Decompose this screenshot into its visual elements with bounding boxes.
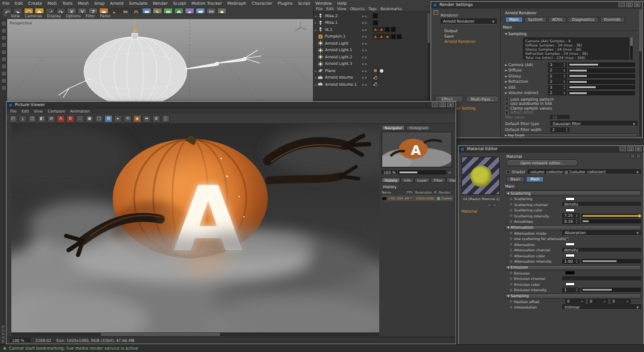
- rendered-image[interactable]: A A: [11, 124, 379, 332]
- pv-tab-filter[interactable]: Filter: [431, 177, 445, 183]
- viewport-solo-icon[interactable]: [1, 78, 7, 83]
- om-menu-objects[interactable]: Objects: [350, 7, 365, 11]
- pv-menu-file[interactable]: File: [10, 109, 17, 114]
- param-spinner[interactable]: 2▴▾: [548, 91, 567, 95]
- visibility-dots[interactable]: [362, 63, 373, 65]
- swap-ab-icon[interactable]: ⇄: [47, 115, 55, 123]
- color-swatch[interactable]: [565, 271, 575, 275]
- volume-tag-icon[interactable]: [373, 75, 378, 80]
- viewport-camera-label[interactable]: Perspective: [10, 21, 32, 26]
- navigator-thumbnail[interactable]: A: [382, 132, 452, 167]
- spinner-arrows[interactable]: ▴▾: [562, 91, 566, 95]
- slider[interactable]: [581, 288, 641, 292]
- param-toggle-circle[interactable]: [510, 209, 512, 211]
- param-slider[interactable]: [568, 85, 635, 89]
- render-visibility-dot[interactable]: [365, 84, 367, 86]
- picture-viewer-titlebar[interactable]: Picture Viewer – □ ✕: [7, 102, 456, 108]
- render-visibility-dot[interactable]: [365, 15, 367, 17]
- param-toggle-circle[interactable]: [510, 300, 512, 303]
- arnold-tag-icon[interactable]: A: [379, 27, 384, 32]
- menu-script[interactable]: Script: [298, 1, 310, 6]
- filter-type-dropdown[interactable]: Gaussian filter▼: [550, 121, 637, 126]
- editor-visibility-dot[interactable]: [362, 36, 364, 38]
- zoom-slider[interactable]: [398, 170, 446, 175]
- pv-tab-info[interactable]: Info: [401, 177, 413, 183]
- pv-tab-layer[interactable]: Layer: [414, 177, 431, 183]
- menu-arnold[interactable]: Arnold: [110, 1, 124, 6]
- spinner-arrows[interactable]: ◂▸: [579, 299, 585, 304]
- om-menu-tags[interactable]: Tags: [368, 7, 376, 11]
- collapsed-section-motion-blur[interactable]: ▸ Motion Blur: [503, 138, 637, 138]
- menu-create[interactable]: Create: [28, 1, 42, 6]
- object-row-arnold-light-1[interactable]: Arnold Light.1: [314, 47, 427, 54]
- viewport-menu-view[interactable]: View: [11, 14, 20, 18]
- menu-window[interactable]: Window: [315, 1, 332, 6]
- preview-refresh-icon[interactable]: [487, 203, 491, 207]
- color-swatch[interactable]: [565, 197, 575, 201]
- text-field[interactable]: density: [562, 202, 641, 207]
- editor-visibility-dot[interactable]: [362, 29, 364, 31]
- object-row-mika-1[interactable]: ▸Mika.1: [314, 20, 427, 26]
- text-field[interactable]: [562, 276, 641, 281]
- editor-visibility-dot[interactable]: [362, 57, 364, 58]
- visibility-dots[interactable]: [362, 49, 373, 51]
- editor-visibility-dot[interactable]: [362, 43, 364, 45]
- arnold-tag-icon[interactable]: A: [373, 27, 378, 32]
- value-spinner[interactable]: 7.25▴▾: [562, 213, 579, 218]
- expand-caret[interactable]: ▸: [314, 28, 318, 32]
- color-swatch[interactable]: [565, 254, 575, 257]
- compare-ab-icon[interactable]: ◧: [38, 115, 46, 123]
- pv-tab-history[interactable]: History: [382, 177, 400, 183]
- group-header-sampling[interactable]: ▾ Sampling: [505, 294, 641, 299]
- spinner-arrows[interactable]: ▴▾: [562, 85, 566, 89]
- object-row-ik-1[interactable]: ▸IK.1AA: [314, 26, 427, 33]
- render-visibility-dot[interactable]: [365, 57, 367, 58]
- ram-player-icon[interactable]: ◉: [133, 115, 141, 123]
- spinner-arrows[interactable]: ◂▸: [602, 299, 608, 304]
- max-value-field[interactable]: 10: [550, 115, 569, 120]
- arnold-tag-icon[interactable]: A: [385, 34, 390, 39]
- value-spinner[interactable]: 1.00▴▾: [562, 259, 579, 264]
- rs-tree-item-output[interactable]: Output: [444, 28, 499, 33]
- material-tag-icon[interactable]: [391, 34, 396, 39]
- zoom-100-icon[interactable]: □: [95, 115, 103, 123]
- visibility-dots[interactable]: [362, 70, 373, 72]
- slider[interactable]: [581, 259, 641, 263]
- spinner-arrows[interactable]: ▴▾: [562, 63, 566, 67]
- render-visibility-dot[interactable]: [365, 70, 367, 72]
- render-visibility-dot[interactable]: [365, 36, 367, 38]
- phong-tag-icon[interactable]: [373, 68, 378, 73]
- param-spinner[interactable]: 3▴▾: [548, 85, 567, 90]
- arnold-tag-icon[interactable]: A: [373, 34, 378, 39]
- object-row-mika-2[interactable]: ▸Mika.2: [314, 13, 427, 19]
- sampling-section-header[interactable]: ▾ Sampling: [505, 32, 527, 36]
- editor-visibility-dot[interactable]: [362, 77, 364, 79]
- editor-visibility-dot[interactable]: [362, 63, 364, 65]
- pv-tab-histogram[interactable]: Histogram: [406, 125, 431, 130]
- menu-file[interactable]: File: [2, 1, 10, 6]
- render-settings-titlebar[interactable]: Render Settings – □ ✕: [431, 2, 642, 8]
- color-swatch[interactable]: [565, 242, 575, 246]
- close-button[interactable]: ✕: [634, 2, 640, 7]
- spinner-arrows[interactable]: ▴▾: [575, 288, 579, 292]
- visibility-dots[interactable]: [362, 76, 373, 79]
- render-visibility-dot[interactable]: [365, 29, 367, 31]
- menu-edit[interactable]: Edit: [15, 1, 23, 6]
- param-slider[interactable]: [568, 80, 635, 84]
- pv-menu-compare[interactable]: Compare: [48, 109, 66, 114]
- object-manager-scrollbar[interactable]: [428, 13, 430, 100]
- visibility-dots[interactable]: [362, 29, 373, 31]
- om-menu-view[interactable]: View: [337, 7, 346, 11]
- object-row-arnold-light-3[interactable]: Arnold Light.3: [314, 61, 427, 67]
- open-icon[interactable]: ◰: [9, 115, 17, 123]
- visibility-dots[interactable]: [362, 35, 373, 38]
- editor-visibility-dot[interactable]: [362, 15, 364, 17]
- dropdown[interactable]: Absorption▼: [562, 230, 641, 236]
- enable-axis-icon[interactable]: [1, 57, 7, 62]
- param-toggle-circle[interactable]: [510, 272, 512, 274]
- menu-simulate[interactable]: Simulate: [129, 1, 147, 6]
- object-row-arnold-light-2[interactable]: Arnold Light.2: [314, 54, 427, 60]
- checkbox[interactable]: [505, 98, 509, 101]
- value-spinner[interactable]: 0.18▴▾: [562, 219, 579, 224]
- param-toggle-circle[interactable]: [510, 198, 512, 200]
